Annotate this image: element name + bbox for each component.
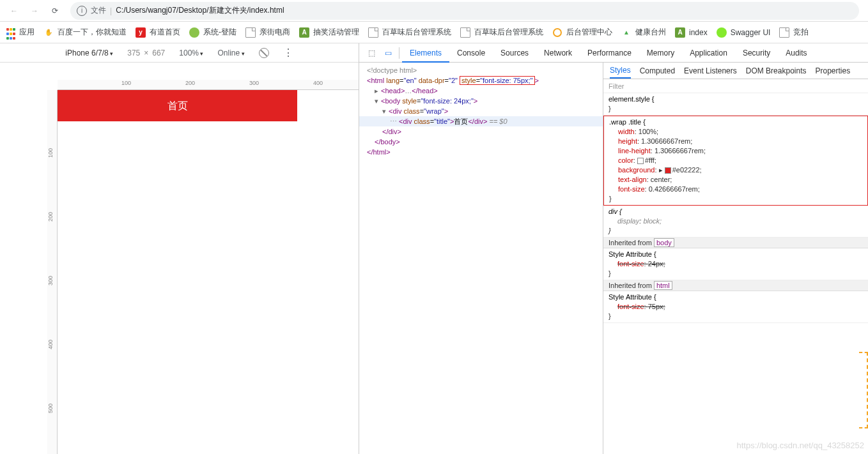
crop-handle xyxy=(859,352,868,428)
baidu-icon: ✋ xyxy=(43,27,54,38)
bookmark-qinjie[interactable]: 亲街电商 xyxy=(245,27,290,38)
bookmark-system-login[interactable]: 系统-登陆 xyxy=(189,27,236,38)
rule-html-style-attr[interactable]: Style Attribute { font-size: 75px; } xyxy=(603,291,868,323)
rule-element-style[interactable]: element.style { } xyxy=(603,93,868,116)
tab-dom-breakpoints[interactable]: DOM Breakpoints xyxy=(746,66,807,75)
forward-button[interactable]: → xyxy=(26,2,43,20)
tab-elements[interactable]: Elements xyxy=(402,43,449,63)
styles-panel: Styles Computed Event Listeners DOM Brea… xyxy=(603,63,868,454)
page-icon xyxy=(779,27,789,38)
styles-filter[interactable]: Filter xyxy=(608,82,624,90)
tab-sources[interactable]: Sources xyxy=(493,43,536,63)
mountain-icon: ▲ xyxy=(621,27,632,38)
tab-console[interactable]: Console xyxy=(449,43,493,63)
bookmarks-bar: 应用 ✋百度一下，你就知道 y有道首页 系统-登陆 亲街电商 A抽奖活动管理 百… xyxy=(0,22,868,43)
inherited-from-html: Inherited from html xyxy=(603,280,868,291)
tab-memory[interactable]: Memory xyxy=(639,43,682,63)
devtools-tabs: ⬚ ▭ Elements Console Sources Network Per… xyxy=(359,43,868,63)
tab-network[interactable]: Network xyxy=(536,43,580,63)
zoom-select[interactable]: 100% xyxy=(179,49,203,57)
bookmark-bcw2[interactable]: 百草味后台管理系统 xyxy=(460,27,543,38)
apps-button[interactable]: 应用 xyxy=(5,27,35,38)
url-path: C:/Users/wangj07/Desktop/新建文件夹/index.htm… xyxy=(116,5,284,16)
tab-application[interactable]: Application xyxy=(682,43,735,63)
site-info-icon[interactable]: i xyxy=(77,6,87,16)
more-options-button[interactable]: ⋮ xyxy=(283,47,293,59)
color-swatch-red[interactable] xyxy=(665,167,671,174)
device-mode-icon[interactable]: ▭ xyxy=(380,49,396,57)
leaf-icon xyxy=(189,27,199,38)
tab-audits[interactable]: Audits xyxy=(778,43,814,63)
device-viewport: 100 200 300 400 100 200 300 400 500 首页 xyxy=(0,63,359,454)
address-bar[interactable]: i 文件 | C:/Users/wangj07/Desktop/新建文件夹/in… xyxy=(70,2,859,20)
bookmark-admin[interactable]: 后台管理中心 xyxy=(552,27,612,38)
rule-div[interactable]: div { display: block; } xyxy=(603,206,868,238)
tab-styles[interactable]: Styles xyxy=(610,66,631,79)
inherited-from-body: Inherited from body xyxy=(603,238,868,248)
bookmark-index[interactable]: Aindex xyxy=(675,27,708,38)
color-swatch-white[interactable] xyxy=(637,158,644,164)
browser-toolbar: ← → ⟳ i 文件 | C:/Users/wangj07/Desktop/新建… xyxy=(0,0,868,22)
bookmark-health[interactable]: ▲健康台州 xyxy=(621,27,666,38)
bookmark-baidu[interactable]: ✋百度一下，你就知道 xyxy=(43,27,127,38)
page-icon xyxy=(460,27,470,38)
url-scheme-label: 文件 xyxy=(91,5,106,16)
rotate-icon[interactable] xyxy=(259,48,269,58)
bookmark-bcw1[interactable]: 百草味后台管理系统 xyxy=(368,27,451,38)
device-select[interactable]: iPhone 6/7/8 xyxy=(65,49,113,57)
emulated-page[interactable]: 首页 xyxy=(58,90,297,121)
devtools-panel: ⬚ ▭ Elements Console Sources Network Per… xyxy=(359,43,868,454)
rule-body-style-attr[interactable]: Style Attribute { font-size: 24px; } xyxy=(603,248,868,280)
youdao-icon: y xyxy=(136,27,146,38)
letter-a-icon: A xyxy=(299,27,309,38)
page-title-bar: 首页 xyxy=(58,90,297,121)
bookmark-youdao[interactable]: y有道首页 xyxy=(136,27,180,38)
tab-performance[interactable]: Performance xyxy=(580,43,639,63)
device-toolbar: iPhone 6/7/8 375×667 100% Online ⋮ xyxy=(0,43,359,63)
page-icon xyxy=(245,27,256,38)
throttle-select[interactable]: Online xyxy=(218,49,245,57)
ruler-vertical: 100 200 300 400 500 xyxy=(47,90,58,454)
tab-security[interactable]: Security xyxy=(735,43,778,63)
tab-properties[interactable]: Properties xyxy=(815,66,850,75)
inspect-icon[interactable]: ⬚ xyxy=(363,49,380,57)
apps-icon xyxy=(5,27,15,38)
viewport-dimensions[interactable]: 375×667 xyxy=(127,49,165,57)
rule-wrap-title[interactable]: .wrap .title { width: 100%; height: 1.30… xyxy=(603,116,868,206)
elements-tree[interactable]: <!doctype html> <html lang="en" data-dpr… xyxy=(359,63,603,454)
bookmark-lottery[interactable]: A抽奖活动管理 xyxy=(299,27,359,38)
tab-computed[interactable]: Computed xyxy=(640,66,675,75)
bookmark-auction[interactable]: 竞拍 xyxy=(779,27,809,38)
reload-button[interactable]: ⟳ xyxy=(46,2,64,20)
bookmark-swagger[interactable]: Swagger UI xyxy=(717,27,771,38)
selected-node[interactable]: ⋯<div class="title">首页</div> == $0 xyxy=(359,116,603,126)
tab-event-listeners[interactable]: Event Listeners xyxy=(684,66,737,75)
ruler-horizontal: 100 200 300 400 xyxy=(58,80,359,90)
circle-icon xyxy=(552,27,562,38)
watermark: https://blog.csdn.net/qq_43258252 xyxy=(737,441,865,450)
page-icon xyxy=(368,27,378,38)
swagger-icon xyxy=(717,27,727,38)
letter-a-icon: A xyxy=(675,27,685,38)
back-button[interactable]: ← xyxy=(5,2,23,20)
